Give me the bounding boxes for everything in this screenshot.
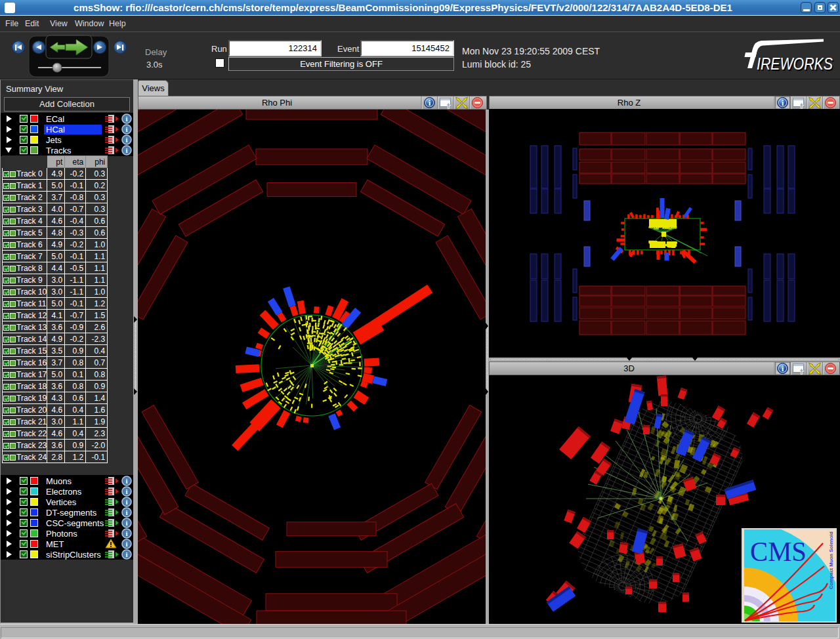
svg-text:i: i [125,498,127,506]
svg-text:i: i [125,477,127,485]
svg-text:i: i [125,529,127,537]
svg-text:IREWORKS: IREWORKS [757,54,833,73]
svg-text:i: i [125,550,127,558]
svg-text:i: i [125,136,127,144]
svg-text:i: i [125,508,127,516]
svg-text:CMS: CMS [750,537,807,567]
svg-text:Compact Muon Solenoid: Compact Muon Solenoid [828,531,834,589]
svg-text:i: i [125,146,127,154]
svg-text:i: i [125,487,127,495]
svg-text:i: i [125,540,127,548]
svg-text:i: i [125,125,127,133]
svg-text:i: i [125,115,127,123]
svg-text:i: i [125,519,127,527]
